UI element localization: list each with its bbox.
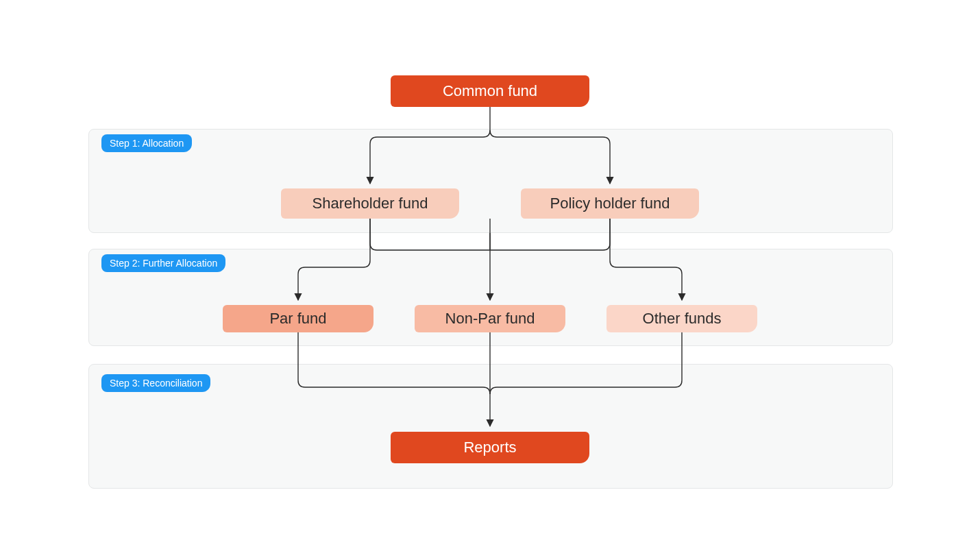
tag-step3: Step 3: Reconciliation <box>101 374 210 392</box>
node-reports: Reports <box>391 432 589 463</box>
node-non-par-fund: Non-Par fund <box>415 305 565 332</box>
node-policy-holder-fund: Policy holder fund <box>521 188 699 219</box>
diagram-stage: Step 1: Allocation Step 2: Further Alloc… <box>0 0 980 551</box>
panel-step1 <box>88 129 893 233</box>
node-par-fund: Par fund <box>223 305 373 332</box>
node-shareholder-fund: Shareholder fund <box>281 188 459 219</box>
node-other-funds: Other funds <box>607 305 757 332</box>
tag-step2: Step 2: Further Allocation <box>101 254 225 272</box>
node-common-fund: Common fund <box>391 75 589 107</box>
tag-step1: Step 1: Allocation <box>101 134 192 152</box>
